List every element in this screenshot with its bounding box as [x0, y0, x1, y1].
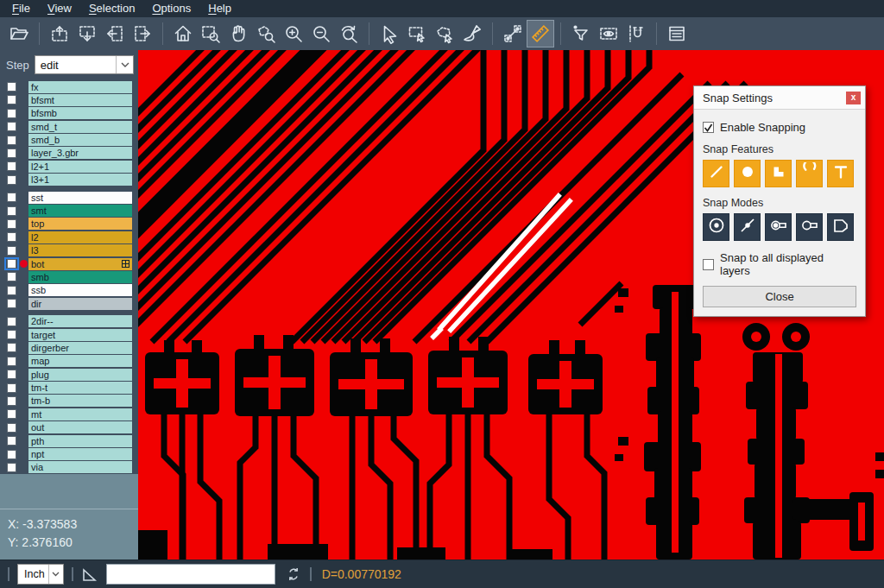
layer-checkbox-tm-t[interactable]: [5, 383, 18, 394]
open-file-button[interactable]: [5, 20, 33, 47]
layer-checkbox-tm-b[interactable]: [5, 395, 18, 407]
layer-checkbox-smd_t[interactable]: [5, 121, 18, 132]
chevron-down-icon[interactable]: [48, 565, 63, 584]
layer-checkbox-out[interactable]: [5, 422, 18, 433]
close-icon[interactable]: x: [846, 92, 861, 104]
menu-help[interactable]: Help: [199, 0, 240, 17]
mode-end-filled-button[interactable]: [765, 213, 792, 241]
layer-name-mt[interactable]: mt: [28, 408, 132, 420]
layer-checkbox-ssb[interactable]: [5, 285, 18, 296]
measure-line-button[interactable]: [499, 20, 527, 47]
layer-checkbox-target[interactable]: [5, 329, 18, 340]
layer-row-tm-t[interactable]: tm-t: [0, 382, 138, 395]
snap-all-layers-row[interactable]: Snap to all displayed layers: [703, 251, 856, 277]
layer-checkbox-l3[interactable]: [5, 245, 18, 256]
layer-row-smt[interactable]: smt: [0, 205, 138, 218]
layer-checkbox-smd_b[interactable]: [5, 135, 18, 146]
mode-end-button[interactable]: [796, 213, 823, 241]
unit-dropdown[interactable]: Inch: [17, 564, 64, 585]
menu-file[interactable]: File: [3, 0, 39, 17]
layer-row-via[interactable]: via: [0, 461, 138, 474]
snap-round-button[interactable]: [734, 160, 761, 187]
layer-row-sst[interactable]: sst: [0, 191, 138, 204]
layer-row-l2+1[interactable]: l2+1: [0, 160, 138, 173]
layer-checkbox-l2+1[interactable]: [5, 161, 18, 172]
chevron-down-icon[interactable]: [116, 56, 133, 73]
layer-name-bfsmt[interactable]: bfsmt: [28, 94, 132, 106]
enable-snapping-checkbox[interactable]: [703, 122, 714, 133]
layer-row-pth[interactable]: pth: [0, 434, 138, 447]
snap-magnet-button[interactable]: [622, 20, 650, 47]
pan-up-button[interactable]: [46, 20, 73, 47]
apply-refresh-icon[interactable]: [285, 566, 302, 583]
layer-row-bfsmb[interactable]: bfsmb: [0, 107, 138, 120]
pointer-select-button[interactable]: [376, 20, 403, 47]
zoom-home-button[interactable]: [169, 20, 197, 47]
layer-name-npt[interactable]: npt: [28, 448, 132, 460]
layer-row-npt[interactable]: npt: [0, 448, 138, 461]
layer-row-smd_t[interactable]: smd_t: [0, 120, 138, 133]
brush-deselect-button[interactable]: [458, 20, 486, 47]
layer-name-tm-b[interactable]: tm-b: [28, 395, 132, 407]
polygon-select-button[interactable]: [431, 20, 458, 47]
layer-checkbox-layer_3.gbr[interactable]: [5, 148, 18, 159]
pan-left-button[interactable]: [101, 20, 129, 47]
layer-row-l3[interactable]: l3: [0, 244, 138, 257]
layer-checkbox-dirgerber[interactable]: [5, 342, 18, 353]
snap-arc-button[interactable]: [796, 160, 823, 187]
pan-right-button[interactable]: [129, 20, 156, 47]
filter-button[interactable]: [567, 20, 595, 47]
pcb-canvas[interactable]: Snap Settings x Enable Snapping Snap Fea…: [138, 50, 884, 560]
command-input[interactable]: [106, 564, 275, 585]
view-highlight-button[interactable]: [595, 20, 622, 47]
layer-name-smd_t[interactable]: smd_t: [28, 121, 132, 133]
zoom-in-button[interactable]: [280, 20, 307, 47]
zoom-polygon-button[interactable]: [252, 20, 280, 47]
layer-name-out[interactable]: out: [28, 421, 132, 433]
layer-row-top[interactable]: top: [0, 218, 138, 231]
snap-line-button[interactable]: [703, 160, 729, 187]
layer-name-tm-t[interactable]: tm-t: [28, 382, 132, 394]
layer-row-dir[interactable]: dir: [0, 297, 138, 310]
layer-name-plug[interactable]: plug: [28, 369, 132, 381]
layer-row-layer_3.gbr[interactable]: layer_3.gbr: [0, 147, 138, 160]
layer-row-l3+1[interactable]: l3+1: [0, 174, 138, 187]
layer-name-dirgerber[interactable]: dirgerber: [28, 342, 132, 354]
layer-name-bfsmb[interactable]: bfsmb: [28, 107, 132, 119]
layer-name-via[interactable]: via: [28, 461, 132, 473]
layer-name-l3+1[interactable]: l3+1: [28, 174, 132, 186]
layer-checkbox-dir[interactable]: [5, 298, 18, 309]
close-button[interactable]: Close: [703, 286, 856, 307]
enable-snapping-row[interactable]: Enable Snapping: [703, 121, 856, 134]
layer-checkbox-bot[interactable]: [5, 258, 18, 269]
layer-checkbox-l3+1[interactable]: [5, 174, 18, 186]
snap-all-layers-checkbox[interactable]: [703, 259, 714, 270]
zoom-previous-button[interactable]: [335, 20, 363, 47]
dialog-titlebar[interactable]: Snap Settings x: [694, 86, 865, 110]
mode-corner-button[interactable]: [827, 213, 854, 241]
layer-checkbox-smt[interactable]: [5, 205, 18, 217]
layer-row-smb[interactable]: smb: [0, 270, 138, 283]
layer-checkbox-bfsmt[interactable]: [5, 94, 18, 105]
layer-name-smb[interactable]: smb: [28, 271, 132, 283]
layer-name-fx[interactable]: fx: [28, 81, 132, 93]
measure-ruler-button[interactable]: [527, 20, 554, 47]
layer-name-map[interactable]: map: [28, 355, 132, 367]
layer-row-plug[interactable]: plug: [0, 368, 138, 381]
snap-text-button[interactable]: [827, 160, 854, 187]
pan-down-button[interactable]: [73, 20, 101, 47]
zoom-out-button[interactable]: [307, 20, 335, 47]
layer-name-layer_3.gbr[interactable]: layer_3.gbr: [28, 147, 132, 159]
layer-row-smd_b[interactable]: smd_b: [0, 134, 138, 147]
layer-checkbox-sst[interactable]: [5, 192, 18, 203]
layer-row-fx[interactable]: fx: [0, 80, 138, 93]
zoom-window-button[interactable]: [197, 20, 224, 47]
layer-row-2dir--[interactable]: 2dir--: [0, 315, 138, 328]
layer-checkbox-2dir--[interactable]: [5, 316, 18, 327]
layer-row-dirgerber[interactable]: dirgerber: [0, 341, 138, 354]
layer-row-bot[interactable]: bot: [0, 257, 138, 270]
layer-name-bot[interactable]: bot: [28, 258, 132, 270]
layer-checkbox-map[interactable]: [5, 356, 18, 367]
rectangle-select-button[interactable]: [403, 20, 431, 47]
layer-row-map[interactable]: map: [0, 355, 138, 368]
